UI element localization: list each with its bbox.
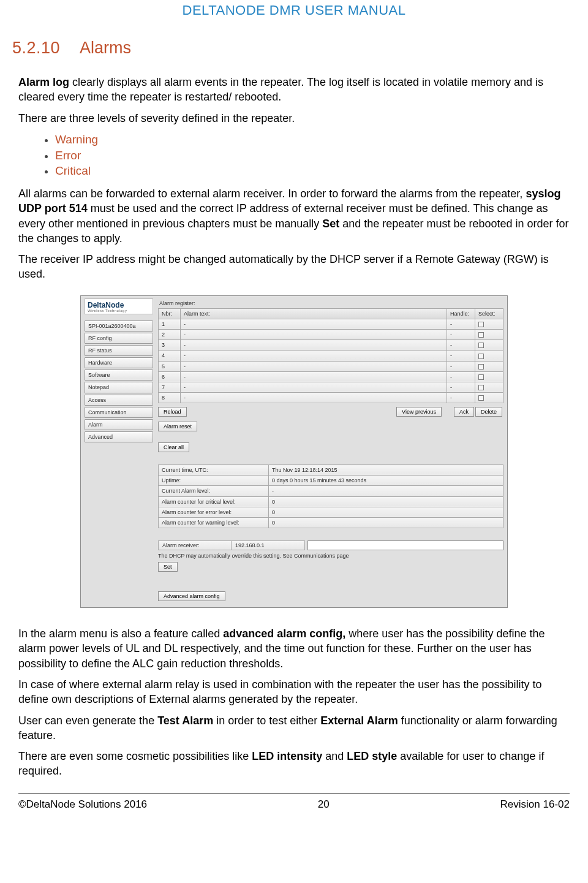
alarm-reset-button[interactable]: Alarm reset <box>158 422 197 431</box>
sidebar-item[interactable]: RF config <box>85 333 153 344</box>
paragraph: In case of where external alarm relay is… <box>18 677 570 707</box>
checkbox[interactable] <box>478 374 484 380</box>
section-number: 5.2.10 <box>12 39 60 57</box>
alarm-receiver-value: 192.168.0.1 <box>232 540 305 550</box>
checkbox[interactable] <box>478 343 484 348</box>
embedded-ui-screenshot: DeltaNode Wireless Technology SPI-001a26… <box>80 295 508 608</box>
logo: DeltaNode Wireless Technology <box>85 298 153 314</box>
sidebar-item[interactable]: Alarm <box>85 419 153 430</box>
checkbox[interactable] <box>478 332 484 338</box>
table-row: Current Alarm level:- <box>159 486 503 496</box>
alarm-register-label: Alarm register: <box>159 300 503 307</box>
checkbox[interactable] <box>478 364 484 369</box>
table-row: 4-- <box>159 351 503 361</box>
reload-button[interactable]: Reload <box>158 407 187 417</box>
footer-copyright: ©DeltaNode Solutions 2016 <box>18 798 147 812</box>
receiver-note: The DHCP may automatically override this… <box>158 552 503 559</box>
table-row: 5-- <box>159 361 503 371</box>
checkbox[interactable] <box>478 354 484 359</box>
table-row: Alarm counter for warning level:0 <box>159 517 503 528</box>
paragraph: All alarms can be forwarded to external … <box>18 186 570 246</box>
sidebar-item[interactable]: Hardware <box>85 357 153 368</box>
sidebar-item[interactable]: Communication <box>85 407 153 418</box>
body-text: In the alarm menu is also a feature call… <box>18 626 570 779</box>
ui-sidebar: DeltaNode Wireless Technology SPI-001a26… <box>85 298 153 602</box>
table-row: 1-- <box>159 319 503 330</box>
checkbox[interactable] <box>478 322 484 327</box>
ack-button[interactable]: Ack <box>454 407 474 417</box>
table-row: Alarm counter for critical level:0 <box>159 496 503 507</box>
paragraph: There are even some cosmetic possibiliti… <box>18 749 570 779</box>
section-heading: 5.2.10Alarms <box>12 37 570 59</box>
col-nbr: Nbr: <box>159 308 181 319</box>
alarm-receiver-label: Alarm receiver: <box>158 540 232 550</box>
table-row: 3-- <box>159 340 503 351</box>
checkbox[interactable] <box>478 385 484 390</box>
status-table: Current time, UTC:Thu Nov 19 12:18:14 20… <box>158 464 503 528</box>
advanced-alarm-config-button[interactable]: Advanced alarm config <box>158 591 225 601</box>
table-row: Alarm counter for error level:0 <box>159 507 503 517</box>
footer-page-number: 20 <box>318 798 330 812</box>
col-handle: Handle: <box>447 308 475 319</box>
sidebar-item[interactable]: Advanced <box>85 431 153 442</box>
delete-button[interactable]: Delete <box>475 407 502 417</box>
view-previous-button[interactable]: View previous <box>396 407 442 417</box>
paragraph: The receiver IP address might be changed… <box>18 252 570 282</box>
body-text: Alarm log clearly displays all alarm eve… <box>18 75 570 282</box>
table-row: Current time, UTC:Thu Nov 19 12:18:14 20… <box>159 465 503 476</box>
paragraph: Alarm log clearly displays all alarm eve… <box>18 75 570 105</box>
page-footer: ©DeltaNode Solutions 2016 20 Revision 16… <box>18 794 570 812</box>
alarm-receiver-row: Alarm receiver: 192.168.0.1 <box>158 540 503 550</box>
paragraph: In the alarm menu is also a feature call… <box>18 626 570 671</box>
sidebar-item[interactable]: SPI-001a2600400a <box>85 320 153 332</box>
section-title: Alarms <box>80 39 131 57</box>
paragraph: There are three levels of severity defin… <box>18 111 570 126</box>
document-header: DELTANODE DMR USER MANUAL <box>18 0 570 28</box>
sidebar-item[interactable]: RF status <box>85 345 153 356</box>
footer-revision: Revision 16-02 <box>500 798 570 812</box>
sidebar-item[interactable]: Access <box>85 395 153 406</box>
table-row: 6-- <box>159 371 503 382</box>
col-select: Select: <box>475 308 503 319</box>
checkbox[interactable] <box>478 395 484 401</box>
table-row: Uptime:0 days 0 hours 15 minutes 43 seco… <box>159 476 503 486</box>
sidebar-item[interactable]: Notepad <box>85 382 153 393</box>
set-button[interactable]: Set <box>158 562 178 572</box>
sidebar-item[interactable]: Software <box>85 369 153 381</box>
table-row: 8-- <box>159 392 503 403</box>
list-item: Error <box>55 148 570 164</box>
list-item: Critical <box>55 163 570 179</box>
table-row: 7-- <box>159 382 503 392</box>
alarm-register-table: Nbr: Alarm text: Handle: Select: 1--2--3… <box>158 308 503 403</box>
ui-main: Alarm register: Nbr: Alarm text: Handle:… <box>153 298 503 602</box>
severity-list: Warning Error Critical <box>55 132 570 179</box>
col-text: Alarm text: <box>181 308 447 319</box>
list-item: Warning <box>55 132 570 148</box>
paragraph: User can even generate the Test Alarm in… <box>18 713 570 743</box>
alarm-receiver-input[interactable] <box>307 540 503 550</box>
clear-all-button[interactable]: Clear all <box>158 442 189 452</box>
table-row: 2-- <box>159 330 503 340</box>
